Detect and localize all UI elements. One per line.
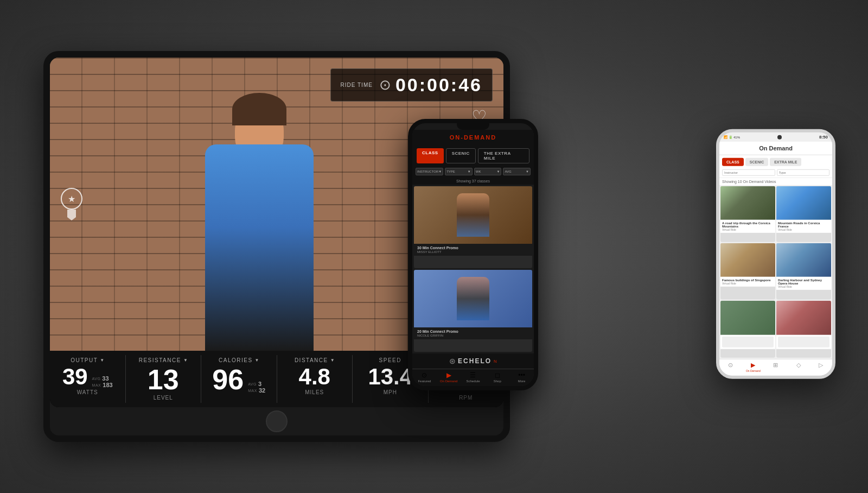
phone1-filter-instructor[interactable]: INSTRUCTOR▼ — [416, 168, 443, 175]
phone2-vid-3-bg — [720, 243, 775, 277]
phone2-tab-class[interactable]: CLASS — [722, 158, 744, 166]
phone1-video-bg-1 — [414, 186, 532, 244]
phone2-nav-home[interactable]: ⊙ — [719, 362, 742, 372]
phone2-camera — [777, 135, 782, 139]
phone2-nav-ondemand[interactable]: ▶ On Demand — [742, 362, 765, 372]
phone2-nav-back[interactable]: ▷ — [809, 362, 832, 372]
phone2-vid-5-bg — [720, 300, 775, 334]
phone1-nav-featured[interactable]: ⊙ Featured — [412, 371, 437, 383]
metric-speed-header[interactable]: SPEED — [379, 357, 401, 363]
phone2-vid-5-info — [720, 335, 775, 349]
phone1-nav-ondemand[interactable]: ▶ On Demand — [437, 371, 461, 383]
phone1-video-title-2: 20 Min Connect Promo — [417, 330, 529, 333]
ride-time-display: RIDE TIME ⊙ 00:00:46 — [330, 68, 493, 102]
clock-icon: ⊙ — [379, 77, 391, 93]
metric-speed-values: 13.4 — [368, 365, 412, 388]
schedule-nav-label: Schedule — [466, 380, 480, 383]
metric-calories-avg-max: AVG 3 MAX 32 — [248, 381, 265, 394]
metric-output: OUTPUT ▼ 39 AVG 33 MAX 183 — [50, 355, 126, 403]
phone2-vid-1-type: Virtual Ride — [722, 228, 774, 231]
phone2-filter-instructor[interactable] — [722, 169, 775, 176]
phone1-video-title-1: 30 Min Connect Promo — [417, 246, 529, 250]
phone2-vid-5-title — [722, 337, 774, 347]
metric-speed-label: SPEED — [379, 357, 401, 363]
metric-output-chevron: ▼ — [100, 358, 104, 363]
phone2-video-card-2[interactable]: Mountain Roads in Corsica France Virtual… — [776, 186, 831, 242]
ride-time-label: RIDE TIME — [341, 82, 373, 88]
metric-resistance-label: RESISTANCE — [139, 357, 181, 363]
phone2-content: A road trip through the Corsica Mountain… — [719, 185, 832, 359]
phone2-tab-extra[interactable]: EXTRA MILE — [770, 158, 801, 166]
metric-output-value: 39 — [62, 365, 88, 388]
phone1-filter-wk[interactable]: WK▼ — [474, 168, 502, 175]
phone2-nav: ⊙ ▶ On Demand ⊞ ◇ ▷ — [719, 359, 832, 376]
phone2-device: 📶 🔋 41% 8:50 On Demand CLASS SCENIC EXTR… — [716, 129, 835, 379]
metric-distance-header[interactable]: DISTANCE ▼ — [295, 357, 335, 363]
phone1-video-card-1[interactable]: 30 Min Connect Promo MISSY ELLIOTT — [414, 186, 532, 268]
phone1-filter-avg[interactable]: AVG▼ — [503, 168, 531, 175]
phone1-video-instructor-2: NICOLE GRIFFIN — [417, 334, 529, 337]
featured-nav-label: Featured — [418, 380, 431, 383]
schedule-nav-icon: ☰ — [470, 371, 476, 379]
phone2-vid-1-bg — [720, 186, 775, 220]
phone2-tab-scenic[interactable]: SCENIC — [745, 158, 768, 166]
phone2-video-card-3[interactable]: Famous buildings of Singapore Virtual Ri… — [720, 243, 775, 299]
phone2-video-card-4[interactable]: Darling Harbour and Sydney Opera House V… — [776, 243, 831, 299]
phone1-device: ON-DEMAND CLASS SCENIC THE EXTRA MILE IN… — [408, 119, 538, 390]
metric-distance-value: 4.8 — [299, 365, 330, 388]
metric-distance-values: 4.8 — [299, 365, 330, 388]
phone2-header: On Demand — [719, 142, 832, 155]
phone2-tabs: CLASS SCENIC EXTRA MILE — [719, 155, 832, 168]
metric-calories-label: CALORIES — [219, 357, 253, 363]
phone2-video-card-5[interactable] — [720, 300, 775, 357]
phone1-content: 30 Min Connect Promo MISSY ELLIOTT 20 Mi… — [412, 185, 534, 353]
phone2-grid: A road trip through the Corsica Mountain… — [720, 186, 831, 358]
phone2-vid-3-info: Famous buildings of Singapore Virtual Ri… — [720, 277, 775, 287]
phone1-nav-schedule[interactable]: ☰ Schedule — [461, 371, 486, 383]
phone2-video-card-6[interactable] — [776, 300, 831, 357]
phone1-video-card-2[interactable]: 20 Min Connect Promo NICOLE GRIFFIN — [414, 270, 532, 352]
instructor-body — [205, 144, 314, 351]
phone1-tab-class[interactable]: CLASS — [417, 148, 444, 163]
phone2-vid-4-bg — [776, 243, 831, 277]
metric-output-header[interactable]: OUTPUT ▼ — [71, 357, 104, 363]
tablet-home-button[interactable] — [266, 410, 288, 432]
shop-nav-icon: ◻ — [495, 371, 500, 379]
phone1-tabs: CLASS SCENIC THE EXTRA MILE — [412, 145, 534, 166]
phone2-home-icon: ⊙ — [728, 362, 733, 369]
phone1-tab-scenic[interactable]: SCENIC — [446, 148, 476, 163]
phone1-video-info-1: 30 Min Connect Promo MISSY ELLIOTT — [414, 244, 532, 256]
metric-calories-header[interactable]: CALORIES ▼ — [219, 357, 259, 363]
phone1-header: ON-DEMAND — [412, 130, 534, 145]
phone2-vid-1-title: A road trip through the Corsica Mountain… — [722, 222, 774, 228]
phone2-vid-2-info: Mountain Roads in Corsica France Virtual… — [776, 220, 831, 233]
phone2-vid-6-bg — [776, 300, 831, 334]
metric-output-avg-max: AVG 33 MAX 183 — [92, 375, 113, 388]
phone2-time: 8:50 — [819, 135, 828, 140]
phone1-logo-text: ECHELO — [458, 357, 492, 365]
phone1-video-info-2: 20 Min Connect Promo NICOLE GRIFFIN — [414, 327, 532, 339]
phone1-logo-n: N — [494, 359, 497, 364]
phone2-nav-gallery[interactable]: ⊞ — [764, 362, 787, 372]
metric-output-unit: WATTS — [77, 389, 98, 395]
phone2-vid-2-type: Virtual Ride — [778, 228, 829, 231]
phone2-status-icons: 📶 🔋 41% — [724, 135, 740, 139]
phone2-video-card-1[interactable]: A road trip through the Corsica Mountain… — [720, 186, 775, 242]
phone2-ondemand-icon: ▶ — [751, 362, 755, 369]
metric-resistance-value: 13 — [148, 365, 179, 394]
metric-resistance: RESISTANCE ▼ 13 LEVEL — [126, 355, 202, 403]
phone1-filter-type[interactable]: TYPE▼ — [445, 168, 473, 175]
phone2-vid-2-title: Mountain Roads in Corsica France — [778, 222, 829, 228]
phone2-nav-trophy[interactable]: ◇ — [787, 362, 810, 372]
metric-resistance-header[interactable]: RESISTANCE ▼ — [139, 357, 188, 363]
metric-distance: DISTANCE ▼ 4.8 MILES — [277, 355, 353, 403]
phone2-ondemand-label: On Demand — [746, 369, 761, 372]
phone1-tab-extra-mile[interactable]: THE EXTRA MILE — [478, 148, 529, 163]
phone2-filters — [719, 168, 832, 178]
ondemand-nav-icon: ▶ — [446, 371, 451, 379]
phone1-nav-shop[interactable]: ◻ Shop — [485, 371, 509, 383]
phone1-nav-more[interactable]: ••• More — [509, 371, 534, 383]
phone2-filter-type[interactable] — [777, 169, 830, 176]
phone2-vid-2-bg — [776, 186, 831, 220]
phone1-video-bg-2 — [414, 270, 532, 327]
